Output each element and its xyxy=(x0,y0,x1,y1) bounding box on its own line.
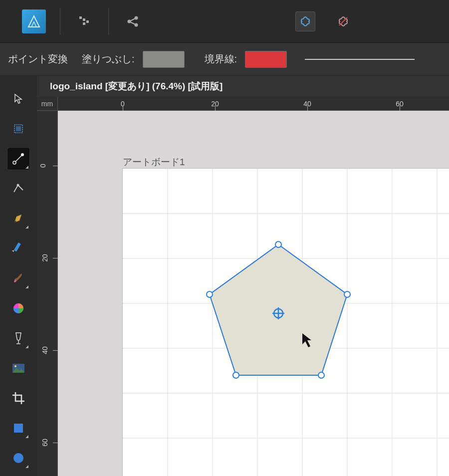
svg-rect-3 xyxy=(83,22,85,25)
place-image-tool[interactable] xyxy=(7,357,29,379)
svg-rect-11 xyxy=(16,126,21,131)
brush-tool[interactable] xyxy=(7,267,29,289)
svg-point-6 xyxy=(135,23,138,26)
tools-panel xyxy=(0,76,37,476)
svg-rect-0 xyxy=(79,16,82,19)
pentagon-shape[interactable] xyxy=(123,169,449,476)
color-picker-tool[interactable] xyxy=(7,297,29,319)
svg-point-4 xyxy=(128,19,131,23)
document-tab-title: logo_island [変更あり] (76.4%) [試用版] xyxy=(50,80,223,93)
stroke-width-preview[interactable] xyxy=(305,59,415,60)
svg-point-5 xyxy=(135,16,138,19)
top-toolbar xyxy=(0,0,449,43)
fill-label: 塗りつぶし: xyxy=(82,52,135,66)
move-tool[interactable] xyxy=(7,88,29,110)
document-area: logo_island [変更あり] (76.4%) [試用版] mm 0 20… xyxy=(37,76,449,476)
corner-tool[interactable] xyxy=(7,178,29,200)
crop-tool[interactable] xyxy=(7,387,29,409)
node-point[interactable] xyxy=(207,291,213,297)
svg-point-21 xyxy=(13,453,23,463)
svg-point-14 xyxy=(21,153,24,156)
svg-point-19 xyxy=(14,365,16,367)
ruler-unit-label[interactable]: mm xyxy=(37,97,58,111)
horizontal-ruler[interactable]: 0 20 40 60 80 xyxy=(58,97,449,111)
svg-rect-16 xyxy=(14,242,21,252)
stroke-swatch[interactable] xyxy=(245,51,287,68)
fill-swatch[interactable] xyxy=(143,51,185,68)
node-tool[interactable] xyxy=(7,148,29,170)
svg-line-13 xyxy=(15,155,22,162)
canvas[interactable]: アートボード1 xyxy=(58,111,449,476)
snap-flower-blue-icon[interactable] xyxy=(295,11,315,31)
pixel-alignment-icon[interactable] xyxy=(74,11,94,31)
svg-rect-1 xyxy=(83,18,85,21)
svg-line-7 xyxy=(130,18,135,21)
divider xyxy=(108,8,109,35)
share-icon[interactable] xyxy=(123,11,143,31)
vertical-ruler[interactable]: 0 20 40 60 xyxy=(37,111,58,476)
document-tab[interactable]: logo_island [変更あり] (76.4%) [試用版] xyxy=(37,76,449,97)
artboard-tool[interactable] xyxy=(7,118,29,140)
snap-flower-red-icon[interactable] xyxy=(333,11,353,31)
node-point[interactable] xyxy=(318,372,324,378)
app-logo xyxy=(22,9,46,33)
svg-rect-2 xyxy=(86,20,89,23)
divider xyxy=(60,8,60,35)
stroke-label: 境界線: xyxy=(205,52,237,66)
svg-rect-20 xyxy=(14,424,23,433)
ellipse-shape-tool[interactable] xyxy=(7,447,29,469)
svg-point-15 xyxy=(17,184,19,187)
artboard-label[interactable]: アートボード1 xyxy=(123,156,185,169)
pen-tool[interactable] xyxy=(7,208,29,230)
rectangle-shape-tool[interactable] xyxy=(7,417,29,439)
context-toolbar: ポイント変換 塗りつぶし: 境界線: xyxy=(0,43,449,76)
pencil-tool[interactable] xyxy=(7,238,29,259)
svg-line-8 xyxy=(130,22,135,24)
artboard[interactable] xyxy=(123,169,449,476)
node-point[interactable] xyxy=(233,372,239,378)
glass-tool[interactable] xyxy=(7,327,29,349)
node-point[interactable] xyxy=(275,241,281,247)
convert-point-label: ポイント変換 xyxy=(8,52,68,66)
node-point[interactable] xyxy=(344,291,350,297)
